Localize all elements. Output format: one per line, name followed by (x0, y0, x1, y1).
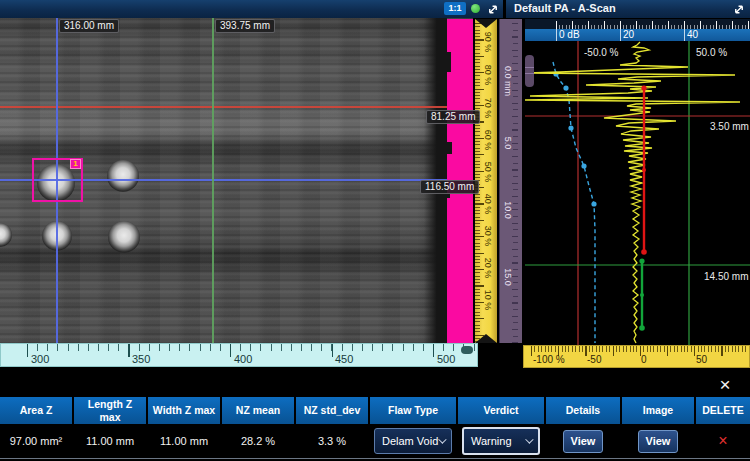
gate-handle[interactable] (639, 325, 645, 331)
ruler-label: 300 (31, 353, 49, 365)
maximize-icon[interactable] (732, 3, 746, 16)
db-tick-label: 20 (623, 29, 634, 41)
depth-ruler[interactable]: 0.0 mm 5.0 10.0 15.0 (499, 19, 522, 343)
width-z-max-value: 11.00 mm (148, 424, 220, 458)
app-window: 1:1 Default PA - A-Scan 1 316.00 mm 393.… (0, 0, 750, 461)
column-header: DELETE (696, 397, 750, 424)
tcg-curve (553, 62, 595, 343)
flaw-table-header: Area Z Length Z max Width Z max NZ mean … (0, 397, 750, 424)
ruler-label: 70 % (483, 98, 493, 119)
cscan-view[interactable]: 1 316.00 mm 393.75 mm (0, 18, 473, 343)
ruler-label: -100 % (533, 354, 565, 365)
ascan-waveform (525, 42, 740, 343)
cscan-x-ruler[interactable]: 300 350 400 450 500 (0, 343, 478, 367)
scrollbar-thumb[interactable] (525, 55, 534, 87)
column-header: Verdict (458, 397, 544, 424)
column-header: Width Z max (148, 397, 220, 424)
tcg-point[interactable] (591, 201, 596, 206)
depth-cursor-label: 3.50 mm (710, 121, 749, 132)
image-view-button[interactable]: View (638, 430, 678, 453)
column-header: NZ mean (222, 397, 294, 424)
gate-handle[interactable] (642, 168, 646, 172)
ruler-top-marker[interactable] (475, 19, 497, 28)
ruler-label: 10.0 (503, 201, 513, 219)
ascan-canvas (525, 41, 750, 345)
ruler-bottom-marker[interactable] (475, 334, 497, 343)
flaw-indication (107, 160, 139, 192)
length-z-max-value: 11.00 mm (74, 424, 146, 458)
ruler-label: 0.0 mm (503, 66, 513, 96)
tcg-point[interactable] (581, 163, 586, 168)
ascan-title: Default PA - A-Scan (514, 2, 616, 14)
gate-handle[interactable] (641, 249, 647, 255)
column-header: Length Z max (74, 397, 146, 424)
ruler-label: 20 % (483, 258, 493, 279)
column-header: Image (622, 397, 694, 424)
column-header: NZ std_dev (296, 397, 368, 424)
delete-row-button[interactable]: × (718, 433, 727, 449)
flaw-type-dropdown[interactable]: Delam Void (374, 428, 452, 454)
ruler-label: 0 (641, 354, 647, 365)
ruler-label: 50 % (483, 162, 493, 183)
ascan-amplitude-ruler[interactable]: -100 % -50 0 50 (523, 345, 750, 368)
nz-std-dev-value: 3.3 % (296, 424, 368, 458)
chevron-down-icon (438, 435, 446, 443)
roi-box[interactable]: 1 (32, 158, 83, 202)
ruler-label: 450 (335, 353, 353, 365)
ruler-label: 40 % (483, 194, 493, 215)
column-header: Details (546, 397, 620, 424)
x-cursor-value-badge: 393.75 mm (215, 19, 275, 33)
flaw-type-value: Delam Void (382, 435, 438, 447)
ruler-end-cap (461, 346, 473, 354)
strip-notch (447, 142, 452, 154)
verdict-value: Warning (471, 435, 512, 447)
gate-handle[interactable] (639, 258, 644, 263)
column-header: Flaw Type (370, 397, 456, 424)
ruler-label: 15.0 (503, 268, 513, 286)
db-ruler[interactable]: 0 dB 20 40 (525, 29, 750, 41)
ascan-plot[interactable]: -50.0 % 50.0 % 3.50 mm 14.50 mm (525, 41, 750, 345)
maximize-icon[interactable] (486, 3, 500, 16)
ruler-label: 350 (132, 353, 150, 365)
nz-mean-value: 28.2 % (222, 424, 294, 458)
gate-handle[interactable] (641, 85, 646, 90)
ruler-label: 50 (696, 354, 707, 365)
y-cursor-value-badge: 116.50 mm (420, 180, 479, 194)
tcg-point[interactable] (568, 125, 573, 130)
area-z-value: 97.00 mm² (0, 424, 72, 458)
scale-1to1-button[interactable]: 1:1 (444, 2, 466, 15)
ruler-label: 500 (437, 353, 455, 365)
column-header: Area Z (0, 397, 72, 424)
roi-number-tag: 1 (70, 159, 81, 169)
red-y-cursor-line[interactable] (0, 106, 447, 108)
strip-notch (447, 52, 451, 72)
db-tick-label: 40 (687, 29, 698, 41)
verdict-dropdown[interactable]: Warning (462, 427, 540, 455)
tcg-point[interactable] (563, 85, 568, 90)
depth-cursor-label: 14.50 mm (704, 271, 748, 282)
db-ruler-ticks[interactable] (525, 19, 750, 29)
close-icon[interactable]: × (712, 374, 738, 396)
gate-threshold-label: 50.0 % (696, 47, 727, 58)
status-dot-icon (471, 4, 480, 13)
table-divider (0, 458, 750, 459)
ascan-titlebar: Default PA - A-Scan (506, 0, 750, 18)
ruler-label: 90 % (483, 32, 493, 53)
y-cursor-value-badge: 81.25 mm (426, 110, 480, 124)
details-view-button[interactable]: View (563, 430, 603, 453)
x-cursor-value-badge: 316.00 mm (59, 19, 119, 33)
ruler-label: 400 (234, 353, 252, 365)
ruler-ticks (512, 19, 522, 343)
ruler-label: 30 % (483, 226, 493, 247)
ruler-label: 60 % (483, 130, 493, 151)
ruler-label: -50 (587, 354, 601, 365)
db-tick-label: 0 dB (559, 29, 580, 41)
ruler-label: 5.0 (503, 137, 513, 150)
green-x-cursor-line[interactable] (212, 18, 214, 343)
flaw-indication (108, 221, 140, 253)
flaw-indication (0, 223, 12, 247)
ruler-label: 10 % (483, 290, 493, 311)
gate-handle[interactable] (640, 293, 644, 297)
flaw-table-row: 97.00 mm² 11.00 mm 11.00 mm 28.2 % 3.3 %… (0, 424, 750, 458)
gate-threshold-label: -50.0 % (584, 47, 618, 58)
